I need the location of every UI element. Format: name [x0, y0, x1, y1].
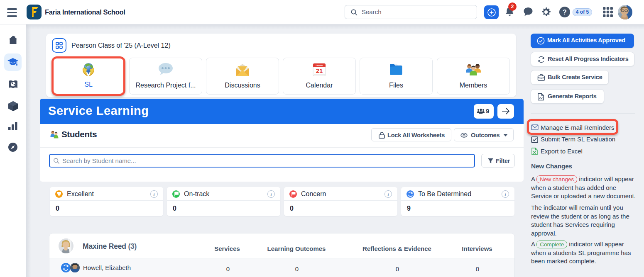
svg-text:?: ?: [563, 9, 567, 16]
svg-text:21: 21: [316, 67, 323, 74]
svg-text:Calendar: Calendar: [316, 64, 323, 66]
